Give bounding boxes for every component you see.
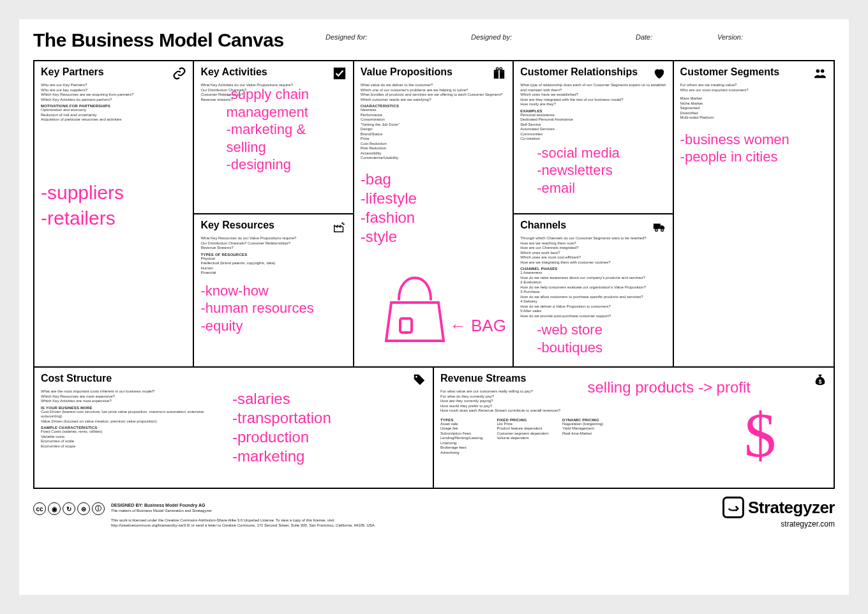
cc-icon: cc (33, 502, 46, 515)
link-icon (172, 66, 186, 80)
factory-icon (333, 220, 347, 234)
annotation: -know-how -human resources -equity (200, 282, 346, 335)
annotation: -bag -lifestyle -fashion -style (361, 170, 506, 246)
cc-sa-icon: ↻ (63, 502, 75, 515)
cell-key-activities: Key Activities What Key Activities do ou… (194, 61, 354, 214)
svg-point-5 (500, 68, 502, 70)
moneybag-icon: $ (813, 373, 827, 387)
strategyzer-logo-icon (722, 497, 744, 518)
svg-rect-7 (653, 223, 660, 228)
cell-title-label: Key Activities (200, 66, 267, 78)
cell-title-label: Channels (520, 220, 566, 231)
strategyzer-branding: Strategyzer strategyzer.com (722, 497, 835, 528)
annotation: -salaries -transportation -production -m… (232, 389, 331, 466)
cell-revenue-streams: Revenue Streams $ For what value are our… (434, 368, 834, 489)
cell-cost-structure: Cost Structure What are the most importa… (34, 368, 434, 489)
prompt-text: Who are our Key Partners? Who are our ke… (41, 83, 186, 102)
meta-designed-for: Designed for: (326, 29, 453, 41)
tag-icon (412, 373, 426, 387)
svg-rect-3 (498, 70, 500, 79)
annotation: -business women -people in cities (680, 131, 827, 166)
cc-by-icon: ◉ (48, 502, 61, 515)
annotation: -supply chain management -marketing & se… (226, 86, 348, 174)
gift-icon (492, 66, 506, 80)
cell-key-partners: Key Partners Who are our Key Partners? W… (34, 61, 194, 368)
svg-point-10 (816, 70, 820, 73)
bag-drawing-icon (380, 264, 450, 347)
svg-point-4 (497, 68, 499, 70)
annotation: selling products -> profit (588, 378, 751, 397)
cc-license-badges: cc ◉ ↻ ⊜ ⓘ (33, 502, 105, 515)
cell-value-propositions: Value Propositions What value do we deli… (354, 61, 514, 368)
svg-point-8 (655, 229, 657, 232)
svg-point-11 (821, 70, 825, 73)
canvas-grid: Key Partners Who are our Key Partners? W… (33, 60, 835, 489)
footer: cc ◉ ↻ ⊜ ⓘ DESIGNED BY: Business Model F… (33, 497, 835, 528)
cell-title-label: Value Propositions (361, 66, 453, 78)
checkbox-icon (333, 66, 347, 80)
dollar-sign-icon: $ (744, 398, 776, 472)
annotation: -web store -boutiques (520, 321, 666, 356)
annotation: -suppliers -retailers (41, 180, 186, 232)
cell-key-resources: Key Resources What Key Resources do our … (194, 214, 354, 368)
svg-point-9 (661, 229, 663, 232)
header: The Business Model Canvas Designed for: … (33, 29, 835, 51)
svg-text:$: $ (819, 379, 822, 385)
cell-channels: Channels Through which Channels do our C… (514, 214, 673, 368)
canvas-title: The Business Model Canvas (33, 29, 308, 51)
cell-title-label: Customer Relationships (520, 66, 638, 78)
meta-designed-by: Designed by: (471, 29, 618, 41)
svg-point-12 (415, 376, 417, 378)
truck-icon (652, 220, 666, 234)
cell-title-label: Revenue Streams (440, 373, 526, 384)
cell-customer-relationships: Customer Relationships What type of rela… (514, 61, 673, 214)
cell-customer-segments: Customer Segments For whom are we creati… (674, 61, 834, 368)
people-icon (813, 66, 827, 80)
svg-rect-6 (400, 318, 412, 333)
cell-title-label: Key Partners (41, 66, 104, 78)
cell-title-label: Key Resources (200, 220, 274, 231)
cc-info-icon: ⓘ (92, 502, 105, 515)
business-model-canvas: The Business Model Canvas Designed for: … (19, 19, 849, 595)
meta-date: Date: (636, 29, 700, 41)
cc-nd-icon: ⊜ (77, 502, 90, 515)
cell-title-label: Cost Structure (41, 373, 112, 384)
bag-label: ← BAG (450, 316, 506, 336)
heart-icon (652, 66, 666, 80)
annotation: -social media -newsletters -email (520, 144, 666, 197)
meta-version: Version: (717, 29, 768, 41)
cell-title-label: Customer Segments (680, 66, 780, 78)
